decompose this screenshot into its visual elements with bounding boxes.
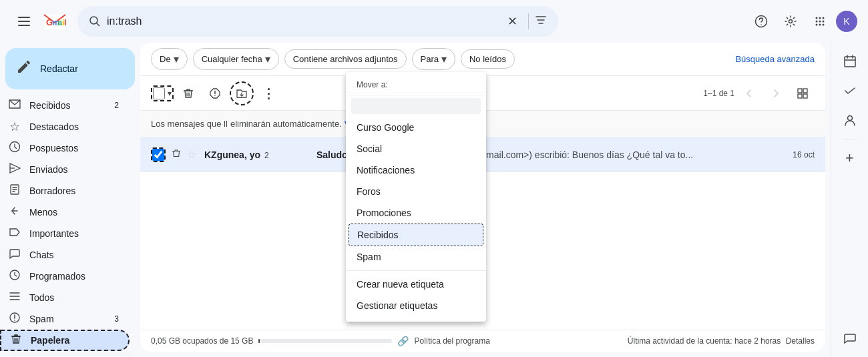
- delete-permanently-button[interactable]: [176, 81, 200, 105]
- sidebar-label-todos: Todos: [29, 292, 119, 303]
- filter-de-button[interactable]: De ▾: [151, 48, 188, 70]
- filter-de-label: De: [160, 54, 171, 64]
- pagination-count: 1–1 de 1: [703, 89, 734, 98]
- sidebar-item-todos[interactable]: Todos: [0, 287, 130, 308]
- svg-rect-0: [18, 17, 30, 18]
- svg-rect-2: [18, 25, 30, 26]
- program-policy-link[interactable]: Política del programa: [414, 336, 489, 346]
- sidebar-item-destacados[interactable]: ☆ Destacados: [0, 116, 130, 137]
- avatar[interactable]: K: [836, 11, 857, 32]
- sidebar-label-menos: Menos: [29, 207, 119, 218]
- right-panel-divider: [842, 139, 858, 139]
- select-all-checkbox-wrap[interactable]: ▾: [151, 85, 174, 101]
- email-subject-text: Saludos - T: [316, 149, 367, 160]
- menu-icon[interactable]: [11, 8, 37, 35]
- svg-point-18: [816, 24, 818, 26]
- filter-para-button[interactable]: Para ▾: [412, 48, 455, 70]
- email-sender: KZgunea, yo 2: [204, 149, 311, 160]
- sidebar-item-borradores[interactable]: Borradores: [0, 180, 130, 202]
- vaciar-link[interactable]: Vaciar la papelera ahora: [345, 119, 439, 129]
- sidebar-item-pospuestos[interactable]: Pospuestos: [0, 137, 130, 159]
- pospuestos-icon: [8, 141, 21, 156]
- sidebar-item-papelera[interactable]: Papelera: [0, 330, 130, 351]
- help-button[interactable]: [748, 8, 775, 35]
- svg-rect-32: [845, 57, 855, 67]
- svg-rect-29: [803, 89, 807, 93]
- email-preview: 48, KZgunea ••••••••••@gmail.com>) escri…: [383, 149, 693, 160]
- borradores-icon: [8, 184, 21, 199]
- sidebar-badge-recibidos: 2: [114, 101, 119, 110]
- calendar-icon[interactable]: [837, 48, 863, 75]
- email-checkbox[interactable]: [152, 149, 164, 161]
- recibidos-icon: [8, 97, 21, 114]
- gmail-logo: G m a i l: [43, 12, 67, 31]
- chat-icon[interactable]: [837, 325, 863, 352]
- add-panel-button[interactable]: +: [837, 145, 863, 171]
- toolbar: ▾ ⋮ 1–1 de 1: [140, 76, 825, 111]
- content-area: De ▾ Cualquier fecha ▾ Contiene archivos…: [140, 43, 825, 352]
- sidebar-item-enviados[interactable]: Enviados: [0, 159, 130, 180]
- svg-point-33: [847, 116, 852, 121]
- filter-unread-button[interactable]: No leídos: [461, 49, 515, 69]
- report-spam-button[interactable]: [203, 81, 227, 105]
- compose-label: Redactar: [40, 63, 78, 74]
- sidebar-item-programados[interactable]: Programados: [0, 266, 130, 287]
- table-row[interactable]: ☆ KZgunea, yo 2 Saludos - T – 48, KZgune…: [140, 137, 825, 172]
- settings-button[interactable]: [777, 8, 804, 35]
- advanced-search-link[interactable]: Búsqueda avanzada: [735, 54, 815, 64]
- star-icon[interactable]: ☆: [187, 148, 196, 161]
- destacados-icon: ☆: [8, 119, 21, 134]
- view-options-button[interactable]: [791, 81, 815, 105]
- sidebar-label-spam: Spam: [29, 314, 106, 324]
- email-checkbox-wrap[interactable]: [151, 147, 166, 162]
- email-list: ☆ KZgunea, yo 2 Saludos - T – 48, KZgune…: [140, 137, 825, 330]
- sidebar-divider: [11, 354, 130, 354]
- sidebar-label-chats: Chats: [29, 250, 119, 260]
- email-date: 16 oct: [793, 150, 815, 159]
- top-bar: G m a i l in:trash ✕: [0, 0, 868, 43]
- sidebar-item-importantes[interactable]: Importantes: [0, 223, 130, 244]
- search-bar[interactable]: in:trash ✕: [77, 6, 558, 37]
- search-input[interactable]: in:trash: [107, 15, 507, 27]
- sidebar-label-programados: Programados: [29, 271, 119, 282]
- activity-text: Última actividad de la cuenta: hace 2 ho…: [628, 336, 781, 346]
- info-text: Los mensajes que ll: [151, 119, 228, 129]
- tasks-icon[interactable]: [837, 77, 863, 104]
- email-subject: Saludos - T – 48, KZgunea ••••••••••@gma…: [316, 149, 782, 160]
- papelera-icon: [9, 333, 23, 348]
- main-layout: Redactar Recibidos 2 ☆ Destacados Pospue…: [0, 43, 868, 357]
- sidebar-item-menos[interactable]: Menos: [0, 202, 130, 223]
- svg-rect-28: [798, 89, 802, 93]
- details-link[interactable]: Detalles: [786, 336, 815, 346]
- storage-fill: [258, 339, 260, 343]
- right-panel: +: [831, 43, 868, 357]
- sidebar-item-spam[interactable]: Spam 3: [0, 308, 130, 330]
- filters-bar: De ▾ Cualquier fecha ▾ Contiene archivos…: [140, 43, 825, 76]
- sidebar-label-importantes: Importantes: [29, 228, 119, 239]
- checkbox-dropdown-icon[interactable]: ▾: [168, 89, 172, 98]
- filter-para-label: Para: [421, 54, 439, 64]
- contacts-icon[interactable]: [837, 107, 863, 133]
- chats-icon: [8, 248, 21, 263]
- sidebar-badge-spam: 3: [114, 314, 119, 324]
- filter-date-button[interactable]: Cualquier fecha ▾: [193, 48, 279, 70]
- sidebar-item-recibidos[interactable]: Recibidos 2: [0, 95, 130, 116]
- sidebar-label-enviados: Enviados: [29, 164, 119, 175]
- filter-attachment-button[interactable]: Contiene archivos adjuntos: [284, 49, 407, 69]
- sidebar-label-borradores: Borradores: [29, 186, 119, 196]
- previous-page-button[interactable]: [737, 81, 761, 105]
- svg-text:l: l: [64, 17, 67, 27]
- sidebar-item-chats[interactable]: Chats: [0, 244, 130, 266]
- more-dots-icon: ⋮: [262, 85, 275, 101]
- compose-button[interactable]: Redactar: [5, 48, 135, 89]
- search-filter-button[interactable]: [534, 13, 548, 30]
- apps-button[interactable]: [807, 8, 833, 35]
- svg-point-20: [823, 24, 825, 26]
- select-all-checkbox[interactable]: [153, 87, 165, 99]
- next-page-button[interactable]: [764, 81, 788, 105]
- more-actions-button[interactable]: ⋮: [256, 81, 280, 105]
- svg-point-10: [761, 24, 762, 25]
- move-to-button[interactable]: [230, 81, 254, 105]
- search-clear-button[interactable]: ✕: [507, 14, 517, 29]
- filter-unread-label: No leídos: [469, 54, 506, 64]
